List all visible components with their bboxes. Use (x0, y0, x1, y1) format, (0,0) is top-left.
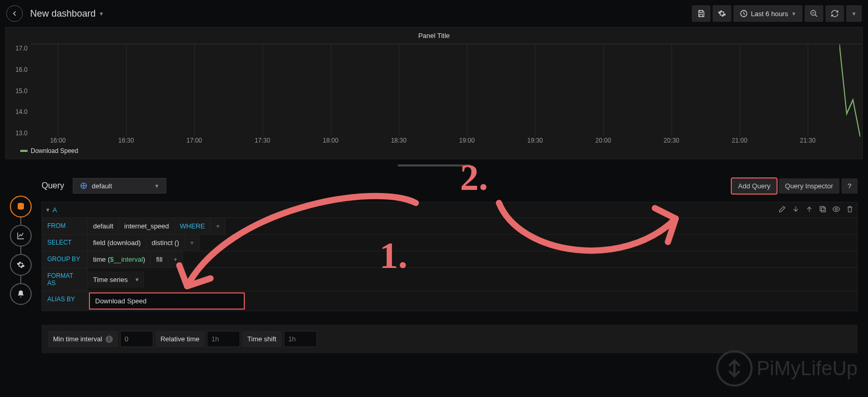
delete-query-button[interactable] (846, 205, 854, 215)
plot-area[interactable]: 16:0016:3017:0017:3018:0018:3019:0019:30… (31, 44, 862, 145)
chevron-down-icon: ▼ (851, 11, 857, 17)
query-row-header[interactable]: ▼ A (42, 202, 858, 218)
refresh-button[interactable] (825, 5, 844, 22)
save-button[interactable] (692, 5, 711, 22)
clock-icon (740, 9, 748, 18)
panel-title[interactable]: Panel Title (6, 28, 862, 44)
trash-icon (846, 205, 854, 213)
tab-queries[interactable] (10, 196, 32, 217)
edit-query-button[interactable] (778, 205, 786, 215)
database-icon (17, 202, 25, 211)
aggregation-segment[interactable]: distinct () (147, 235, 185, 251)
where-keyword[interactable]: WHERE (175, 218, 211, 234)
gear-icon (718, 9, 726, 18)
chevron-down-icon: ▼ (154, 183, 160, 189)
retention-policy-segment[interactable]: default (88, 218, 119, 234)
resize-handle[interactable] (398, 164, 470, 167)
fill-segment[interactable]: fill (151, 251, 168, 267)
query-ref-id: A (52, 206, 57, 214)
toggle-visibility-button[interactable] (832, 205, 840, 215)
refresh-interval-button[interactable]: ▼ (846, 5, 862, 22)
refresh-icon (831, 9, 839, 18)
query-body: FROM default internet_speed WHERE + SELE… (42, 218, 858, 311)
dashboard-title-text: New dashboard (30, 8, 96, 19)
svg-point-6 (835, 208, 837, 210)
x-axis: 16:0016:3017:0017:3018:0018:3019:0019:30… (31, 137, 862, 145)
time-range-picker[interactable]: Last 6 hours ▼ (733, 5, 803, 22)
bell-icon (17, 290, 25, 298)
measurement-segment[interactable]: internet_speed (119, 218, 175, 234)
arrow-up-icon (805, 205, 813, 213)
tab-visualization[interactable] (10, 225, 32, 247)
field-segment[interactable]: field (download) (88, 235, 147, 251)
move-down-button[interactable] (792, 205, 800, 215)
save-icon (697, 9, 705, 18)
chevron-down-icon: ▼ (791, 11, 796, 17)
back-button[interactable] (6, 5, 23, 22)
arrow-down-icon (792, 205, 800, 213)
where-add-button[interactable]: + (211, 218, 226, 234)
zoom-out-button[interactable] (805, 5, 823, 22)
time-interval-segment[interactable]: time ($__interval) (88, 251, 151, 267)
settings-button[interactable] (713, 5, 731, 22)
select-label: SELECT (42, 235, 88, 251)
format-select[interactable]: Time series (88, 272, 144, 288)
tab-alert[interactable] (10, 283, 32, 305)
pencil-icon (778, 205, 786, 213)
alias-label: ALIAS BY (42, 291, 88, 311)
graph-panel: Panel Title 17.016.015.014.013.0 16:0016… (5, 27, 863, 159)
alias-input[interactable] (89, 292, 245, 310)
svg-rect-5 (820, 207, 824, 211)
watermark: PiMyLifeUp (716, 350, 858, 387)
time-shift-input[interactable] (284, 331, 317, 347)
query-inspector-button[interactable]: Query Inspector (779, 178, 839, 194)
info-icon[interactable]: i (106, 336, 113, 343)
groupby-label: GROUP BY (42, 251, 88, 267)
svg-rect-4 (821, 208, 825, 212)
format-label: FORMAT AS (42, 268, 88, 291)
move-up-button[interactable] (805, 205, 813, 215)
help-button[interactable]: ? (841, 178, 858, 194)
chevron-down-icon: ▼ (99, 11, 104, 17)
time-shift-label: Time shift (242, 331, 282, 347)
relative-time-label: Relative time (155, 331, 205, 347)
dashboard-title[interactable]: New dashboard ▼ (30, 8, 104, 19)
chart-legend[interactable]: Download Speed (6, 145, 862, 159)
datasource-name: default (92, 182, 112, 190)
add-query-button[interactable]: Add Query (732, 178, 777, 194)
select-add-button[interactable]: + (185, 235, 200, 251)
eye-icon (832, 205, 840, 213)
groupby-add-button[interactable]: + (168, 251, 183, 267)
from-label: FROM (42, 218, 88, 234)
legend-label: Download Speed (31, 147, 78, 155)
time-range-label: Last 6 hours (751, 10, 788, 18)
query-section-label: Query (42, 181, 64, 190)
arrow-left-icon (10, 9, 19, 18)
min-interval-input[interactable] (120, 331, 153, 347)
gear-icon (17, 261, 25, 269)
y-axis: 17.016.015.014.013.0 (6, 44, 31, 145)
datasource-picker[interactable]: default ▼ (73, 178, 166, 194)
relative-time-input[interactable] (207, 331, 240, 347)
duplicate-button[interactable] (819, 205, 827, 215)
copy-icon (819, 205, 827, 213)
legend-color-swatch (20, 150, 28, 152)
editor-tabs (0, 174, 42, 353)
chart-icon (17, 232, 25, 240)
chart-area[interactable]: 17.016.015.014.013.0 16:0016:3017:0017:3… (6, 44, 862, 145)
search-minus-icon (810, 9, 818, 18)
grafana-ds-icon (80, 182, 88, 190)
watermark-icon (716, 350, 753, 387)
tab-general[interactable] (10, 254, 32, 276)
chart-line (839, 44, 860, 137)
min-interval-label: Min time interval i (48, 331, 118, 347)
collapse-icon: ▼ (45, 207, 50, 213)
query-options-bar: Min time interval i Relative time Time s… (42, 325, 858, 353)
